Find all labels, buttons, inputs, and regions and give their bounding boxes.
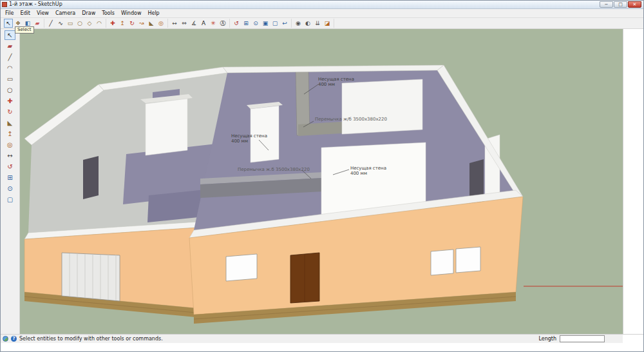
menu-item-edit[interactable]: Edit xyxy=(17,10,33,17)
pan-icon[interactable]: ⊞ xyxy=(242,19,251,28)
close-button[interactable]: ✕ xyxy=(628,1,641,8)
zoom-window-icon[interactable]: ▣ xyxy=(261,19,270,28)
dimension-icon[interactable]: ⇔ xyxy=(180,19,189,28)
eraser-icon[interactable]: ▰ xyxy=(33,19,42,28)
push-pull-icon[interactable]: ↥ xyxy=(5,129,15,139)
freehand-icon[interactable]: ∿ xyxy=(56,19,65,28)
scale-icon[interactable]: ◣ xyxy=(5,118,15,128)
move-icon[interactable]: ✚ xyxy=(108,19,117,28)
menu-item-window[interactable]: Window xyxy=(118,10,145,17)
measurements-input[interactable] xyxy=(560,335,605,342)
geolocation-icon[interactable] xyxy=(3,336,8,342)
menu-item-file[interactable]: File xyxy=(2,10,17,17)
offset-icon[interactable]: ◎ xyxy=(5,140,15,150)
section-plane-icon[interactable]: ◪ xyxy=(323,19,332,28)
text-icon[interactable]: A xyxy=(199,19,208,28)
offset-icon[interactable]: ◎ xyxy=(156,19,166,28)
title-bar[interactable]: 1-й этаж - SketchUp − □ ✕ xyxy=(1,1,643,9)
circle-icon[interactable]: ○ xyxy=(5,85,15,95)
circle-icon[interactable]: ○ xyxy=(75,19,84,28)
zoom-icon[interactable]: ⊙ xyxy=(251,19,260,28)
sketchup-window: 1-й этаж - SketchUp − □ ✕ FileEditViewCa… xyxy=(0,0,644,352)
model-canvas[interactable] xyxy=(20,29,623,334)
maximize-button[interactable]: □ xyxy=(614,1,627,8)
window-right-1[interactable] xyxy=(431,249,453,275)
measurements-box: Length xyxy=(538,335,605,342)
west-doorway xyxy=(83,156,99,199)
follow-me-icon[interactable]: ↝ xyxy=(137,19,146,28)
orbit-icon[interactable]: ↺ xyxy=(232,19,241,28)
help-icon[interactable]: ? xyxy=(11,336,17,342)
rotate-icon[interactable]: ↻ xyxy=(128,19,137,28)
push-pull-icon[interactable]: ↥ xyxy=(118,19,127,28)
select-icon[interactable]: ↖ xyxy=(5,30,15,40)
window-controls: − □ ✕ xyxy=(600,1,642,8)
pan-icon[interactable]: ⊞ xyxy=(5,173,15,182)
tape-measure-icon[interactable]: ↔ xyxy=(5,151,15,161)
menu-item-tools[interactable]: Tools xyxy=(99,10,118,17)
window-title: 1-й этаж - SketchUp xyxy=(9,2,62,7)
3d-text-icon[interactable]: Ⓐ xyxy=(218,19,227,28)
menu-item-camera[interactable]: Camera xyxy=(52,10,79,17)
position-camera-icon[interactable]: ◉ xyxy=(294,19,303,28)
zoom-icon[interactable]: ⊙ xyxy=(5,184,15,193)
main-area: ↖▰╱◠▭○✚↻◣↥◎↔↺⊞⊙▢ xyxy=(1,29,643,334)
annotation-lintel-lower: Перемычка ж.б 3500х380х220 xyxy=(238,167,310,172)
tape-measure-icon[interactable]: ↔ xyxy=(170,19,179,28)
orbit-icon[interactable]: ↺ xyxy=(5,162,15,171)
toolbar-group: ↔⇔∡A✳Ⓐ xyxy=(168,19,230,28)
status-bar: ? Select entities to modify with other t… xyxy=(1,334,643,343)
statusbar-end xyxy=(623,335,643,343)
toolbar-group: ╱∿▭○◇◠ xyxy=(44,19,106,28)
top-toolbar: ↖❖◧▰╱∿▭○◇◠✚↥↻↝◣◎↔⇔∡A✳Ⓐ↺⊞⊙▣▢↩◉◐⇊◪ xyxy=(1,18,643,29)
walk-icon[interactable]: ⇊ xyxy=(313,19,322,28)
garage-door[interactable] xyxy=(62,253,120,301)
axes-icon[interactable]: ✳ xyxy=(209,19,218,28)
bottom-strip xyxy=(1,343,643,352)
annotation-bearing-wall-mid: Несущая стена 400 мм xyxy=(231,133,267,144)
annotation-bearing-wall-right: Несущая стена 400 мм xyxy=(350,166,386,176)
toolbar-group: ↺⊞⊙▣▢↩ xyxy=(230,19,292,28)
eraser-icon[interactable]: ▰ xyxy=(5,41,15,51)
arc-icon[interactable]: ◠ xyxy=(5,63,15,73)
arc-icon[interactable]: ◠ xyxy=(95,19,104,28)
rectangle-icon[interactable]: ▭ xyxy=(66,19,75,28)
app-icon xyxy=(2,2,7,7)
protractor-icon[interactable]: ∡ xyxy=(189,19,198,28)
annotation-bearing-wall-top: Несущая стена 400 мм xyxy=(318,77,354,87)
minimize-button[interactable]: − xyxy=(600,1,613,8)
previous-icon[interactable]: ↩ xyxy=(280,19,289,28)
scale-icon[interactable]: ◣ xyxy=(147,19,156,28)
measurements-label: Length xyxy=(538,336,556,342)
toolbar-group: ◉◐⇊◪ xyxy=(292,19,334,28)
select-tooltip: Select xyxy=(15,26,34,34)
rectangle-icon[interactable]: ▭ xyxy=(5,74,15,84)
zoom-extents-icon[interactable]: ▢ xyxy=(270,19,279,28)
menu-item-view[interactable]: View xyxy=(33,10,52,17)
move-icon[interactable]: ✚ xyxy=(5,96,15,106)
window-right-2[interactable] xyxy=(456,247,480,273)
zoom-extents-icon[interactable]: ▢ xyxy=(5,195,15,204)
rotate-icon[interactable]: ↻ xyxy=(5,107,15,117)
polygon-icon[interactable]: ◇ xyxy=(85,19,94,28)
right-gutter xyxy=(623,29,643,334)
status-message: Select entities to modify with other too… xyxy=(19,336,163,342)
window-left[interactable] xyxy=(226,254,257,281)
left-toolbar: ↖▰╱◠▭○✚↻◣↥◎↔↺⊞⊙▢ xyxy=(1,29,20,334)
model-viewport[interactable]: Несущая стена 400 мм Перемычка ж/б 3500х… xyxy=(20,29,623,334)
annotation-lintel-upper: Перемычка ж/б 3500х380х220 xyxy=(315,117,387,122)
line-icon[interactable]: ╱ xyxy=(5,52,15,62)
look-around-icon[interactable]: ◐ xyxy=(303,19,312,28)
line-icon[interactable]: ╱ xyxy=(46,19,55,28)
select-icon[interactable]: ↖ xyxy=(4,19,13,28)
toolbar-group: ✚↥↻↝◣◎ xyxy=(106,19,168,28)
right-wing[interactable] xyxy=(189,65,523,324)
menu-bar: FileEditViewCameraDrawToolsWindowHelp xyxy=(1,9,643,18)
front-door[interactable] xyxy=(290,253,319,303)
menu-item-draw[interactable]: Draw xyxy=(79,10,99,17)
menu-item-help[interactable]: Help xyxy=(144,10,162,17)
